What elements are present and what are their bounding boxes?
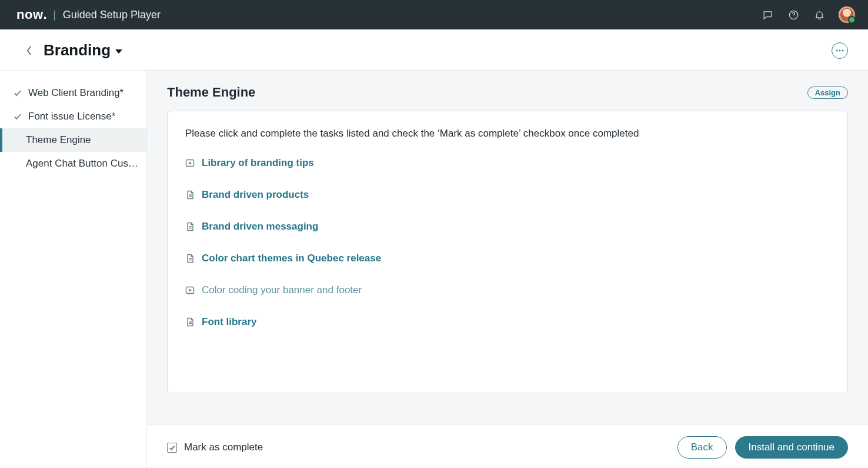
sidebar-item[interactable]: Font issue License* [0, 105, 146, 128]
app-title: Guided Setup Player [63, 9, 161, 21]
task-link-label: Brand driven messaging [202, 221, 318, 233]
header-divider: | [53, 9, 56, 21]
install-continue-button[interactable]: Install and continue [735, 436, 849, 459]
logo-text: now [16, 7, 44, 22]
task-link[interactable]: Library of branding tips [185, 157, 830, 169]
back-button[interactable]: Back [677, 436, 727, 459]
logo: now. [16, 7, 47, 22]
svg-point-4 [842, 49, 844, 51]
task-link-label: Brand driven products [202, 189, 309, 201]
task-link-label: Color chart themes in Quebec release [202, 253, 381, 264]
svg-point-2 [836, 49, 838, 51]
sidebar-item-label: Agent Chat Button Cust… [26, 158, 139, 170]
svg-marker-14 [189, 289, 192, 292]
back-icon[interactable] [22, 44, 35, 57]
task-link[interactable]: Color coding your banner and footer [185, 284, 830, 296]
task-link-label: Color coding your banner and footer [202, 284, 362, 296]
play-icon [185, 286, 195, 295]
document-icon [185, 190, 195, 200]
check-icon [13, 88, 22, 98]
more-menu-button[interactable] [832, 42, 848, 59]
logo-dot: . [44, 7, 48, 22]
help-icon[interactable] [787, 8, 800, 21]
chat-icon[interactable] [761, 8, 774, 21]
avatar[interactable] [839, 6, 855, 23]
main: Theme Engine Assign Please click and com… [147, 71, 868, 468]
sidebar-item[interactable]: Web Client Branding* [0, 81, 146, 105]
document-icon [185, 254, 195, 263]
section-title: Theme Engine [167, 85, 255, 100]
task-link[interactable]: Brand driven products [185, 189, 830, 201]
sub-header: Branding [0, 29, 868, 71]
sidebar-item-label: Web Client Branding* [28, 87, 123, 99]
task-panel: Please click and complete the tasks list… [167, 111, 848, 393]
breadcrumb-dropdown[interactable]: Branding [44, 41, 122, 59]
task-link-label: Library of branding tips [202, 157, 314, 169]
task-link[interactable]: Color chart themes in Quebec release [185, 253, 830, 264]
svg-point-1 [793, 16, 794, 17]
sidebar-item-label: Font issue License* [28, 111, 115, 122]
footer: Mark as complete Back Install and contin… [147, 424, 868, 468]
mark-complete-toggle[interactable]: Mark as complete [167, 442, 263, 453]
document-icon [185, 222, 195, 231]
sidebar-item[interactable]: Agent Chat Button Cust… [0, 152, 146, 175]
assign-button[interactable]: Assign [807, 87, 848, 99]
task-link-label: Font library [202, 316, 257, 328]
sidebar-item[interactable]: Theme Engine [0, 128, 146, 152]
task-intro: Please click and complete the tasks list… [185, 128, 830, 140]
play-icon [185, 158, 195, 168]
header-actions [761, 6, 855, 23]
sidebar-item-label: Theme Engine [26, 134, 91, 146]
task-link[interactable]: Brand driven messaging [185, 221, 830, 233]
checkbox-icon [167, 443, 177, 453]
app-header: now. | Guided Setup Player [0, 0, 868, 29]
document-icon [185, 317, 195, 327]
task-link[interactable]: Font library [185, 316, 830, 328]
sidebar: Web Client Branding*Font issue License*T… [0, 71, 147, 468]
svg-marker-6 [189, 162, 192, 165]
mark-complete-label: Mark as complete [184, 442, 263, 453]
svg-point-3 [839, 49, 841, 51]
check-icon [13, 112, 22, 121]
caret-down-icon [115, 49, 122, 54]
body: Web Client Branding*Font issue License*T… [0, 71, 868, 468]
page-title: Branding [44, 41, 111, 59]
bell-icon[interactable] [813, 8, 826, 21]
